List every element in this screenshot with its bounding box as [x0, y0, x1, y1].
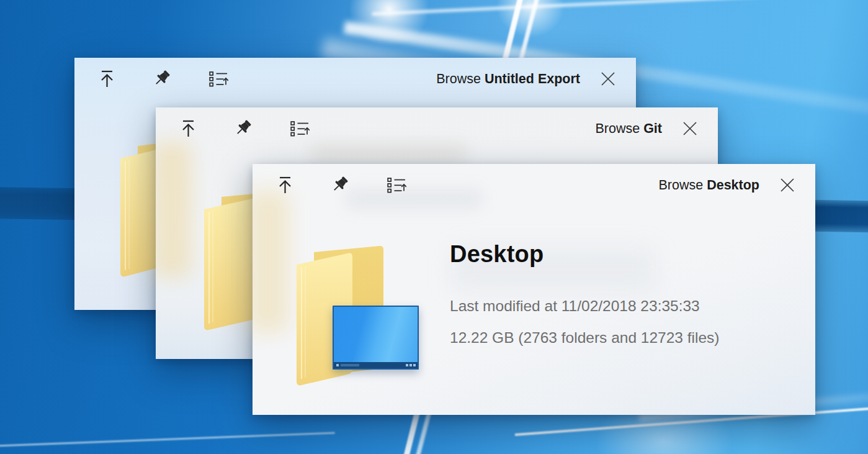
browse-target-label: Git: [643, 121, 662, 136]
browse-window-desktop: Browse Desktop: [253, 164, 815, 415]
close-button[interactable]: [677, 116, 703, 142]
titlebar-right: Browse Git: [595, 107, 718, 150]
folder-heading: Desktop: [450, 241, 544, 268]
toolbar: [174, 115, 313, 142]
toolbar: [93, 65, 232, 93]
browse-label: Browse: [436, 71, 485, 86]
size-summary-text: 12.22 GB (2763 folders and 12723 files): [450, 329, 719, 347]
close-button[interactable]: [774, 172, 800, 198]
titlebar-right: Browse Untitled Export: [436, 58, 636, 100]
browse-target-label: Untitled Export: [485, 71, 580, 86]
navigate-up-button[interactable]: [174, 115, 202, 142]
browse-label: Browse: [659, 178, 707, 193]
navigate-up-icon: [180, 119, 197, 138]
navigate-up-icon: [99, 70, 115, 88]
titlebar[interactable]: Browse Desktop: [253, 164, 815, 206]
sort-list-icon: [387, 177, 406, 194]
monitor-tray-dots: [406, 364, 416, 366]
acrylic-ghost: [248, 190, 289, 333]
titlebar[interactable]: Browse Git: [156, 107, 718, 150]
wallpaper-light-beam: [372, 0, 868, 16]
window-title: Browse Git: [595, 121, 662, 137]
acrylic-ghost: [152, 142, 192, 278]
close-button[interactable]: [595, 66, 621, 92]
monitor-start-dot: [336, 364, 339, 366]
navigate-up-icon: [277, 176, 293, 194]
desktop-monitor-icon: [333, 306, 419, 370]
wallpaper-glow: [496, 0, 565, 37]
sort-list-button[interactable]: [286, 115, 313, 142]
wallpaper-light-beam: [0, 432, 335, 447]
pin-icon: [235, 119, 253, 138]
browse-label: Browse: [595, 121, 643, 136]
sort-list-icon: [290, 120, 310, 137]
close-icon: [599, 70, 617, 88]
monitor-taskbar: [334, 362, 418, 368]
pin-button[interactable]: [327, 171, 354, 199]
close-icon: [779, 176, 796, 194]
pin-icon: [331, 176, 350, 194]
titlebar[interactable]: Browse Untitled Export: [74, 58, 636, 100]
window-title: Browse Desktop: [659, 178, 760, 193]
pin-button[interactable]: [230, 115, 257, 142]
titlebar-right: Browse Desktop: [659, 164, 816, 206]
sort-list-button[interactable]: [383, 171, 410, 199]
last-modified-text: Last modified at 11/02/2018 23:35:33: [450, 297, 700, 315]
pin-icon: [153, 70, 172, 88]
monitor-tray-strip: [341, 364, 359, 366]
toolbar: [271, 171, 410, 199]
pin-button[interactable]: [149, 65, 176, 93]
navigate-up-button[interactable]: [271, 171, 298, 199]
sort-list-button[interactable]: [205, 65, 232, 93]
browse-target-label: Desktop: [707, 178, 759, 193]
close-icon: [681, 120, 699, 137]
window-title: Browse Untitled Export: [436, 71, 580, 87]
navigate-up-button[interactable]: [93, 65, 120, 93]
sort-list-icon: [209, 71, 228, 88]
